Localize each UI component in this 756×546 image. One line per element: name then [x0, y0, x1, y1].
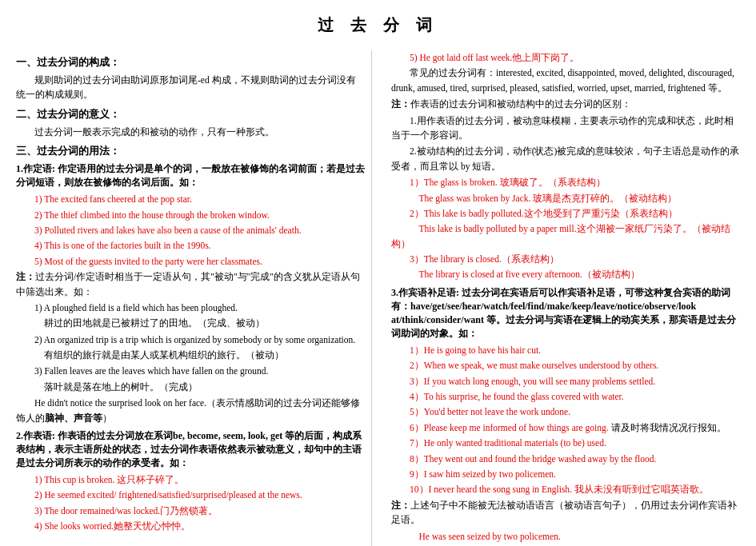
right-note2-ex2-a: 2）This lake is badly polluted.这个地受到了严重污染… [391, 206, 740, 221]
note1-ex2-b: 有组织的旅行就是由某人或某机构组织的旅行。（被动） [16, 348, 365, 362]
binbuyu-ex5: 5）You'd better not leave the work undone… [391, 405, 740, 419]
biaoyuyu-ex1: 1) This cup is broken. 这只杯子碎了。 [16, 472, 365, 487]
binbuyu-ex2: 2）When we speak, we must make ourselves … [391, 358, 740, 373]
right-note3: 注：上述句子中不能被无法被动语语言（被动语言句子），仍用过去分词作宾语补足语。 [391, 498, 740, 528]
right-note3-ex: He was seen seized by two policemen. [391, 529, 740, 544]
left-column: 一、过去分词的构成： 规则助词的过去分词由助词原形加词尾-ed 构成，不规则助词… [16, 50, 372, 546]
binbuyu-ex8: 8）They went out and found the bridge was… [391, 452, 740, 466]
note1-extra: He didn't notice the surprised look on h… [16, 396, 365, 425]
binbuyu-ex3: 3）If you watch long enough, you will see… [391, 374, 740, 389]
section1-title: 一、过去分词的构成： [16, 55, 365, 70]
biaoyuyu-ex3: 3) The door remained/was locked.门乃然锁著。 [16, 504, 365, 518]
subsec-zuobinbuyu: 3.作宾语补足语: 过去分词在宾语后可以作宾语补足语，可带这种复合宾语的助词有：… [391, 286, 740, 341]
right-note2-ex1-b: The glass was broken by Jack. 玻璃是杰克打碎的。（… [391, 191, 740, 205]
page-container: 过 去 分 词 一、过去分词的构成： 规则助词的过去分词由助词原形加词尾-ed … [0, 0, 756, 546]
note1-ex3-b: 落叶就是落在地上的树叶。（完成） [16, 380, 365, 394]
subsec-zuobiaoyuyu: 2.作表语: 作表语的过去分词放在系词be, become, seem, loo… [16, 429, 365, 470]
right-note2-ex3-b: The library is closed at five every afte… [391, 267, 740, 281]
right-ex1: 5) He got laid off last week.他上周下岗了。 [391, 50, 740, 65]
section3-title: 三、过去分词的用法： [16, 144, 365, 158]
right-note2-ex1-a: 1）The glass is broken. 玻璃破了。（系表结构） [391, 175, 740, 189]
binbuyu-ex9: 9）I saw him seized by two policemen. [391, 467, 740, 481]
binbuyu-ex1: 1）He is going to have his hair cut. [391, 343, 740, 357]
section1-content: 规则助词的过去分词由助词原形加词尾-ed 构成，不规则助词的过去分词没有统一的构… [16, 73, 365, 102]
right-column: 5) He got laid off last week.他上周下岗了。 常见的… [385, 50, 740, 546]
note1-ex1-a: 1) A ploughed field is a field which has… [16, 301, 365, 315]
ex-red-5: 5) Most of the guests invited to the par… [16, 254, 365, 269]
right-note2-title: 注：作表语的过去分词和被动结构中的过去分词的区别： [391, 97, 740, 111]
binbuyu-ex6: 6）Please keep me informed of how things … [391, 420, 740, 435]
page-title: 过 去 分 词 [16, 8, 740, 42]
section2-content: 过去分词一般表示完成的和被动的动作，只有一种形式。 [16, 125, 365, 139]
right-note2-ex2-b: This lake is badly polluted by a paper m… [391, 221, 740, 251]
ex-red-1: 1) The excited fans cheered at the pop s… [16, 192, 365, 206]
note1-ex1-b: 耕过的田地就是已被耕过了的田地。（完成、被动） [16, 316, 365, 330]
note1-ex3-a: 3) Fallen leaves are the leaves which ha… [16, 364, 365, 378]
subsec-zuodinyu: 1.作定语: 作定语用的过去分词是单个的词，一般放在被修饰的名词前面；若是过去分… [16, 162, 365, 189]
biaoyuyu-ex4: 4) She looks worried.她整天忧心忡忡。 [16, 519, 365, 533]
note1: 注：过去分词/作定语时相当于一定语从句，其"被动"与"完成"的含义犹从定语从句中… [16, 269, 365, 299]
right-note2-ex3-a: 3）The library is closed.（系表结构） [391, 252, 740, 266]
ex-red-2: 2) The thief climbed into the house thro… [16, 208, 365, 222]
section2-title: 二、过去分词的意义： [16, 107, 365, 122]
binbuyu-ex4: 4）To his surprise, he found the glass co… [391, 389, 740, 404]
ex-red-4: 4) This is one of the factories built in… [16, 238, 365, 253]
binbuyu-ex7: 7）He only wanted traditional materials (… [391, 436, 740, 450]
right-note2-2: 2.被动结构的过去分词，动作(状态)被完成的意味较浓，句子主语总是动作的承受者，… [391, 144, 740, 173]
binbuyu-ex10: 10）I never heard the song sung in Englis… [391, 482, 740, 496]
right-note2-1: 1.用作表语的过去分词，被动意味模糊，主要表示动作的完成和状态，此时相当于一个形… [391, 114, 740, 143]
note1-ex2-a: 2) An organized trip is a trip which is … [16, 333, 365, 347]
two-column-layout: 一、过去分词的构成： 规则助词的过去分词由助词原形加词尾-ed 构成，不规则助词… [16, 50, 740, 546]
ex-red-3: 3) Polluted rivers and lakes have also b… [16, 223, 365, 237]
right-note1: 常见的过去分词有：interested, excited, disappoint… [391, 66, 740, 95]
biaoyuyu-ex2: 2) He seemed excited/ frightened/satisfi… [16, 488, 365, 502]
